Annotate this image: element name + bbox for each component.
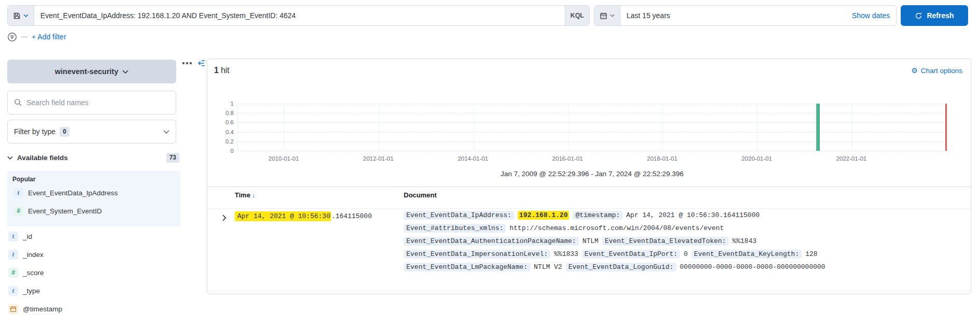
field-name: _index (23, 251, 44, 259)
field-name: @timestamp (23, 305, 62, 313)
field-name: Event_EventData_IpAddress (28, 189, 118, 197)
index-pattern-selector[interactable]: winevent-security (7, 60, 176, 83)
filter-by-type-count-badge: 0 (60, 127, 69, 137)
histogram-chart: 00.20.40.60.81 (237, 104, 947, 151)
kibana-discover-screen: Event_EventData_IpAddress: 192.168.1.20 … (0, 0, 980, 315)
field-number-icon: # (13, 206, 23, 216)
field-value: NTLM (583, 237, 599, 245)
field-name-pill: Event_EventData_ImpersonationLevel: (404, 250, 550, 259)
search-icon (14, 98, 22, 107)
field-string-icon: t (13, 188, 23, 198)
add-filter-button[interactable]: + Add filter (32, 33, 66, 41)
field-value: 0 (684, 250, 688, 258)
field-search-box (7, 91, 176, 114)
field-string-icon: t (8, 250, 18, 260)
time-range-value[interactable]: Last 15 years (620, 6, 846, 25)
gridline (238, 113, 947, 113)
filter-icon[interactable] (7, 32, 17, 42)
field-item[interactable]: #_score (7, 265, 180, 280)
refresh-label: Refresh (927, 11, 954, 20)
y-axis-tick-label: 0.2 (225, 138, 234, 145)
field-item[interactable]: t_type (7, 283, 180, 298)
y-axis-tick-label: 0 (231, 148, 234, 154)
field-name: _type (23, 287, 40, 295)
sidebar-gutter (182, 59, 206, 67)
field-value: 128 (805, 250, 817, 258)
x-axis-tick-label: 2014-01-01 (458, 155, 488, 162)
field-item[interactable]: t_index (7, 247, 180, 262)
table-header-divider (207, 208, 971, 209)
gridline (473, 104, 474, 151)
boxes-icon[interactable] (182, 62, 192, 64)
expand-row-icon[interactable] (220, 213, 229, 222)
filter-by-type-button[interactable]: Filter by type 0 (7, 120, 176, 144)
x-axis-tick-label: 2010-01-01 (268, 155, 299, 162)
y-axis-tick-label: 0.4 (225, 129, 234, 135)
document-line: Event_EventData_ImpersonationLevel:%%183… (404, 250, 962, 263)
histogram-bar[interactable] (816, 104, 820, 151)
x-axis-tick-label: 2022-01-01 (836, 155, 867, 162)
field-date-icon (8, 304, 18, 314)
hits-count: 1hit (214, 66, 230, 75)
query-input[interactable]: Event_EventData_IpAddress: 192.168.1.20 … (34, 6, 565, 25)
field-value: NTLM V2 (534, 263, 562, 271)
time-range-caption: Jan 7, 2009 @ 22:52:29.396 - Jan 7, 2024… (237, 170, 947, 178)
collapse-sidebar-icon[interactable] (197, 59, 206, 67)
field-search-input[interactable] (26, 98, 169, 107)
highlighted-value: 192.168.1.20 (518, 211, 570, 220)
gridline (238, 132, 947, 133)
field-name-pill: Event_EventData_ElevatedToken: (602, 237, 729, 246)
y-axis-tick-label: 0.8 (225, 110, 234, 116)
field-item[interactable]: @timestamp (7, 301, 180, 315)
index-pattern-label: winevent-security (55, 67, 119, 76)
saved-query-menu[interactable] (8, 6, 34, 25)
panel-header: 1hit ⚙ Chart options (214, 66, 962, 75)
field-name-pill: @timestamp: (573, 211, 622, 220)
field-item[interactable]: t_id (7, 228, 180, 244)
date-quick-menu[interactable] (594, 6, 620, 25)
filter-bar: — + Add filter (7, 31, 66, 43)
hits-number: 1 (214, 66, 219, 75)
y-axis-tick-label: 1 (231, 101, 234, 107)
chevron-down-icon (122, 70, 129, 74)
panel-divider (207, 187, 971, 187)
hits-label: hit (221, 66, 230, 75)
show-dates-button[interactable]: Show dates (846, 6, 896, 25)
field-name-pill: Event_#attributes_xmlns: (404, 224, 506, 233)
available-fields-accordion[interactable]: Available fields 73 (7, 151, 179, 164)
query-bar: Event_EventData_IpAddress: 192.168.1.20 … (7, 5, 968, 26)
document-line: Event_EventData_AuthenticationPackageNam… (404, 237, 962, 250)
row-bottom-divider (207, 291, 971, 291)
field-value: 00000000-0000-0000-0000-000000000000 (680, 263, 826, 271)
chevron-down-icon (23, 14, 29, 17)
x-axis-tick-label: 2012-01-01 (363, 155, 393, 162)
available-fields-count-badge: 73 (166, 153, 179, 163)
document-line: Event_EventData_IpAddress:192.168.1.20@t… (404, 211, 962, 224)
query-language-button[interactable]: KQL (565, 6, 589, 25)
field-value: %%1833 (554, 250, 578, 258)
save-icon (13, 12, 21, 20)
gridline (662, 104, 663, 151)
field-name: _score (23, 269, 44, 277)
gridline (757, 104, 757, 151)
refresh-button[interactable]: Refresh (901, 5, 968, 26)
table-header: Time↓ Document (207, 191, 971, 205)
field-item[interactable]: #Event_System_EventID (12, 203, 175, 219)
field-name-pill: Event_EventData_IpPort: (582, 250, 680, 259)
gridline (568, 104, 569, 151)
time-column-header[interactable]: Time↓ (235, 191, 255, 199)
gridline (851, 104, 852, 151)
field-value: %%1843 (732, 237, 757, 245)
highlighted-timestamp: Apr 14, 2021 @ 10:56:30 (235, 211, 331, 221)
chart-options-button[interactable]: ⚙ Chart options (911, 67, 962, 75)
chevron-down-icon (163, 130, 169, 134)
chevron-down-icon (7, 156, 13, 160)
chart-options-label: Chart options (921, 67, 962, 75)
field-item[interactable]: tEvent_EventData_IpAddress (12, 185, 175, 201)
document-line: Event_EventData_LmPackageName:NTLM V2Eve… (404, 263, 962, 276)
sort-descending-icon[interactable]: ↓ (252, 191, 255, 199)
filter-separator: — (21, 33, 27, 40)
popular-fields-section: Popular tEvent_EventData_IpAddress#Event… (7, 171, 180, 226)
kql-query-box: Event_EventData_IpAddress: 192.168.1.20 … (7, 5, 590, 26)
calendar-icon (600, 12, 607, 20)
